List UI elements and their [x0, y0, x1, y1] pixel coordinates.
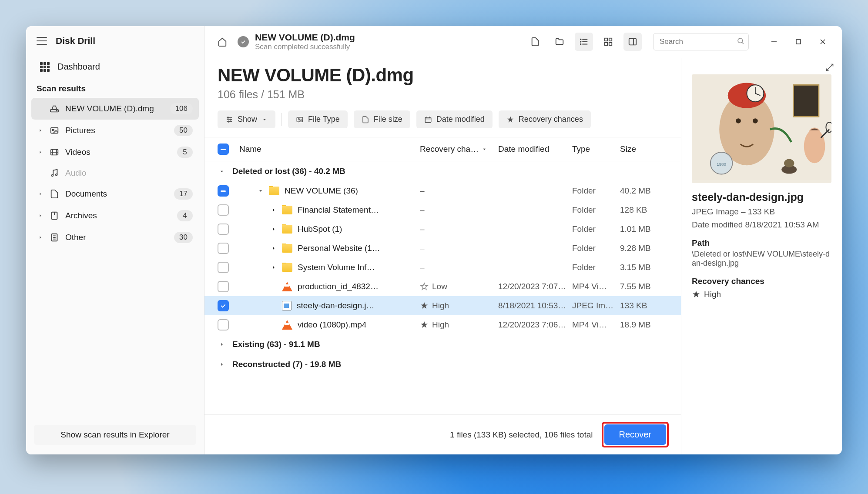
sidebar-toggle-icon[interactable] — [623, 33, 642, 51]
sidebar-item-audio[interactable]: Audio — [31, 163, 199, 183]
topbar: NEW VOLUME (D).dmg Scan completed succes… — [204, 26, 842, 58]
row-checkbox[interactable] — [218, 281, 229, 292]
row-checkbox[interactable] — [218, 262, 229, 273]
home-icon[interactable] — [213, 33, 231, 51]
group-existing[interactable]: Existing (63) - 91.1 MB — [218, 334, 668, 354]
file-row[interactable]: steely-dan-design.j…High8/18/2021 10:53…… — [204, 296, 681, 315]
svg-rect-22 — [609, 38, 612, 41]
preview-panel: 1980 steely-dan-design.jpg JPEG Image – … — [681, 58, 842, 454]
list-view-icon[interactable] — [575, 33, 593, 51]
file-tree: Deleted or lost (36) - 40.2 MB NEW VOLUM… — [204, 161, 681, 414]
row-checkbox[interactable] — [218, 204, 229, 216]
select-all-checkbox[interactable] — [218, 144, 229, 155]
file-row[interactable]: Financial Statement…–Folder128 KB — [218, 200, 668, 220]
group-deleted[interactable]: Deleted or lost (36) - 40.2 MB — [218, 161, 668, 181]
folder-icon[interactable] — [550, 33, 569, 51]
file-row[interactable]: video (1080p).mp4High12/20/2023 7:06…MP4… — [218, 315, 668, 334]
file-row[interactable]: Personal Website (1…–Folder9.28 MB — [218, 239, 668, 258]
col-size[interactable]: Size — [620, 144, 668, 154]
svg-point-20 — [580, 44, 581, 45]
sidebar-item-pictures[interactable]: Pictures50 — [31, 120, 199, 141]
app-window: Disk Drill Dashboard Scan results NEW VO… — [26, 26, 842, 454]
main-panel: NEW VOLUME (D).dmg Scan completed succes… — [204, 26, 842, 454]
topbar-subtitle: Scan completed successfully — [255, 43, 355, 51]
preview-title: steely-dan-design.jpg — [692, 191, 831, 204]
svg-point-51 — [736, 118, 741, 124]
svg-point-36 — [228, 117, 229, 118]
row-checkbox[interactable] — [218, 224, 229, 235]
col-name[interactable]: Name — [239, 144, 420, 154]
file-list: NEW VOLUME (D).dmg 106 files / 151 MB Sh… — [204, 58, 681, 454]
preview-path-heading: Path — [692, 238, 831, 248]
date-modified-filter[interactable]: Date modified — [416, 110, 493, 128]
sidebar-item-new-volume-d-dmg[interactable]: NEW VOLUME (D).dmg106 — [31, 98, 199, 120]
column-headers: Name Recovery cha… Date modified Type Si… — [204, 137, 681, 161]
minimize-button[interactable] — [764, 33, 784, 51]
svg-line-28 — [742, 42, 744, 44]
svg-point-0 — [57, 110, 57, 111]
svg-point-37 — [230, 119, 231, 120]
volume-subtitle: 106 files / 151 MB — [218, 88, 668, 101]
preview-rc: High — [704, 290, 721, 299]
file-row[interactable]: NEW VOLUME (36)–Folder40.2 MB — [218, 181, 668, 200]
svg-text:1980: 1980 — [717, 162, 726, 167]
show-in-explorer-button[interactable]: Show scan results in Explorer — [34, 425, 196, 445]
sidebar-item-archives[interactable]: Archives4 — [31, 205, 199, 227]
preview-image: 1980 — [692, 74, 831, 183]
svg-point-61 — [784, 159, 794, 167]
statusbar: 1 files (133 KB) selected, 106 files tot… — [204, 414, 681, 454]
svg-point-18 — [580, 39, 581, 40]
group-reconstructed[interactable]: Reconstructed (7) - 19.8 MB — [218, 354, 668, 374]
menu-icon[interactable] — [37, 37, 47, 45]
svg-rect-41 — [425, 117, 431, 122]
col-recovery[interactable]: Recovery cha… — [420, 144, 498, 154]
file-row[interactable]: HubSpot (1)–Folder1.01 MB — [218, 220, 668, 239]
status-text: 1 files (133 KB) selected, 106 files tot… — [450, 430, 593, 440]
sidebar-item-other[interactable]: Other30 — [31, 227, 199, 248]
search-box[interactable] — [653, 33, 749, 50]
audio-icon — [50, 168, 59, 178]
sidebar: Disk Drill Dashboard Scan results NEW VO… — [26, 26, 204, 454]
row-checkbox[interactable] — [218, 300, 229, 311]
doc-icon — [50, 189, 59, 199]
app-title: Disk Drill — [56, 36, 95, 46]
svg-rect-30 — [796, 40, 801, 44]
topbar-title: NEW VOLUME (D).dmg — [255, 32, 355, 43]
sidebar-item-documents[interactable]: Documents17 — [31, 183, 199, 205]
svg-rect-25 — [629, 39, 637, 45]
svg-point-2 — [52, 129, 54, 131]
file-type-filter[interactable]: File Type — [288, 110, 348, 128]
star-icon — [692, 290, 700, 299]
image-icon — [50, 126, 59, 135]
recovery-chances-filter[interactable]: Recovery chances — [499, 110, 591, 128]
popout-icon[interactable] — [825, 63, 834, 73]
recover-button[interactable]: Recover — [604, 424, 666, 445]
grid-icon — [40, 62, 50, 72]
search-input[interactable] — [653, 33, 749, 50]
col-date[interactable]: Date modified — [498, 144, 572, 154]
svg-rect-53 — [793, 85, 818, 117]
drive-icon — [50, 104, 59, 113]
file-row[interactable]: System Volume Inf…–Folder3.15 MB — [218, 258, 668, 277]
file-size-filter[interactable]: File size — [354, 110, 410, 128]
preview-meta-type: JPEG Image – 133 KB — [692, 207, 831, 217]
svg-point-27 — [738, 38, 743, 43]
svg-point-8 — [56, 174, 57, 176]
show-filter[interactable]: Show — [218, 110, 275, 128]
maximize-button[interactable] — [788, 33, 809, 51]
col-type[interactable]: Type — [572, 144, 620, 154]
close-button[interactable] — [812, 33, 833, 51]
sidebar-item-videos[interactable]: Videos5 — [31, 141, 199, 163]
row-checkbox[interactable] — [218, 319, 229, 330]
sidebar-dashboard[interactable]: Dashboard — [31, 56, 199, 78]
svg-rect-21 — [605, 38, 607, 41]
archive-icon — [50, 211, 59, 220]
search-icon — [737, 37, 744, 45]
svg-point-19 — [580, 41, 581, 42]
row-checkbox[interactable] — [218, 243, 229, 254]
file-icon[interactable] — [526, 33, 544, 51]
file-row[interactable]: production_id_4832…Low12/20/2023 7:07…MP… — [218, 277, 668, 296]
video-icon — [50, 147, 59, 157]
row-checkbox[interactable] — [218, 185, 229, 197]
grid-view-icon[interactable] — [599, 33, 617, 51]
